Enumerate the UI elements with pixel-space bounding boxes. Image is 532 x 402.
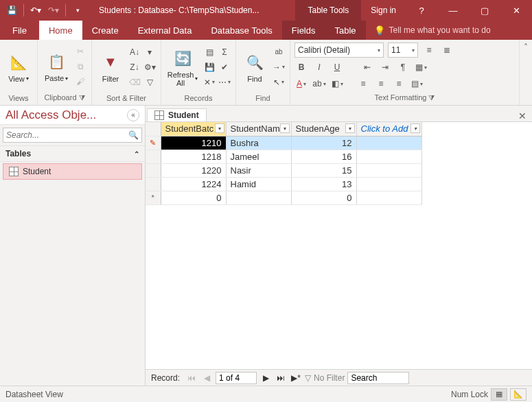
document-tab-student[interactable]: Student [147,108,207,121]
column-header-add[interactable]: Click to Add ▾ [356,122,421,136]
minimize-button[interactable]: — [437,0,469,21]
table-row[interactable]: 1224 Hamid 13 [146,177,421,191]
table-row-new[interactable]: * 0 0 [146,191,421,204]
nav-item-student[interactable]: Student [3,163,142,180]
first-record-button[interactable]: ⏮ [185,372,198,384]
underline-button[interactable]: U [330,60,344,74]
numbering-button[interactable]: ≣ [440,43,454,57]
tab-file[interactable]: File [0,21,39,40]
row-selector[interactable]: * [146,191,161,204]
tab-table[interactable]: Table [325,21,366,40]
column-dropdown-icon[interactable]: ▾ [280,123,290,133]
select-all-cell[interactable] [146,122,161,136]
navigation-search[interactable]: Search... 🔍 [3,128,142,143]
column-header-studentage[interactable]: StudenAge ▾ [291,122,356,136]
cell[interactable] [356,177,421,191]
cell[interactable] [356,163,421,177]
collapse-ribbon-button[interactable]: ˄ [520,40,532,105]
cell[interactable] [226,191,291,204]
cell[interactable]: 0 [291,191,356,204]
cell[interactable]: 0 [161,191,226,204]
new-record-nav-button[interactable]: ▶* [290,372,302,384]
find-button[interactable]: 🔍 Find [240,51,269,83]
paste-button[interactable]: 📋 Paste▾ [42,51,71,82]
totals-button[interactable]: Σ [218,45,231,59]
column-header-studentname[interactable]: StudentNam ▾ [226,122,291,136]
column-dropdown-icon[interactable]: ▾ [345,123,355,133]
spelling-button[interactable]: ✔ [218,60,231,74]
undo-icon[interactable]: ↶▾ [28,3,43,18]
cell[interactable]: Hamid [226,177,291,191]
alternate-row-color-button[interactable]: ▤ [410,77,424,91]
prev-record-button[interactable]: ◀ [200,372,213,384]
cell[interactable]: 1218 [161,150,226,163]
sign-in-link[interactable]: Sign in [361,5,406,15]
cell[interactable]: 12 [291,136,356,150]
highlight-button[interactable]: ab [312,77,326,91]
column-dropdown-icon[interactable]: ▾ [215,123,224,133]
last-record-button[interactable]: ⏭ [275,372,287,384]
delete-record-button[interactable]: ✕ [203,75,216,89]
selection-filter-button[interactable]: ▾ [143,45,157,59]
tab-fields[interactable]: Fields [282,21,325,40]
cell[interactable] [356,136,421,150]
font-color-button[interactable]: A [294,77,308,91]
tell-me-search[interactable]: 💡 Tell me what you want to do [366,21,499,40]
datasheet[interactable]: StudentBatc ▾ StudentNam ▾ StudenAge ▾ C… [146,122,532,369]
filter-button[interactable]: ▼ Filter [96,51,125,83]
collapse-navpane-icon[interactable]: « [127,109,139,121]
fill-color-button[interactable]: ◧ [330,77,344,91]
next-record-button[interactable]: ▶ [259,372,272,384]
gridlines-button[interactable]: ▦ [414,60,428,74]
format-painter-button[interactable]: 🖌 [73,75,87,88]
tab-create[interactable]: Create [82,21,128,40]
toggle-filter-button[interactable]: ▽ [143,75,157,89]
record-search-input[interactable] [347,372,409,384]
cell[interactable] [356,191,421,204]
copy-button[interactable]: ⧉ [73,60,87,73]
cell[interactable]: 1220 [161,163,226,177]
help-button[interactable]: ? [406,0,437,21]
align-right-button[interactable]: ≡ [392,77,406,91]
remove-sort-button[interactable]: ⌫ [128,75,141,89]
text-direction-button[interactable]: ¶ [396,60,410,74]
align-left-button[interactable]: ≡ [356,77,370,91]
design-view-button[interactable]: 📐 [510,388,527,401]
row-selector[interactable]: ✎ [146,136,161,150]
redo-icon[interactable]: ↷▾ [46,3,61,18]
cell[interactable] [356,150,421,163]
row-selector[interactable] [146,150,161,163]
advanced-filter-button[interactable]: ⚙▾ [143,60,157,74]
record-position-input[interactable] [216,372,257,384]
filter-indicator[interactable]: ▽ No Filter [305,373,345,383]
font-name-combo[interactable]: Calibri (Detail)▾ [294,43,384,58]
datasheet-view-button[interactable]: ▦ [491,388,507,401]
bold-button[interactable]: B [294,60,308,74]
navigation-pane-header[interactable]: All Access Obje... « [0,106,145,125]
close-button[interactable]: ✕ [500,0,532,21]
tab-external-data[interactable]: External Data [128,21,202,40]
view-button[interactable]: 📐 View▾ [4,51,33,83]
column-header-studentbatch[interactable]: StudentBatc ▾ [161,122,226,136]
align-center-button[interactable]: ≡ [374,77,388,91]
column-dropdown-icon[interactable]: ▾ [410,123,420,133]
table-row[interactable]: 1220 Nasir 15 [146,163,421,177]
save-record-button[interactable]: 💾 [203,60,216,74]
sort-asc-button[interactable]: A↓ [128,45,141,59]
cell[interactable]: 13 [291,177,356,191]
goto-button[interactable]: → [272,60,286,74]
cell[interactable]: 16 [291,150,356,163]
save-icon[interactable]: 💾 [4,3,19,18]
decrease-indent-button[interactable]: ⇤ [360,60,374,74]
bullets-button[interactable]: ≡ [422,43,436,57]
restore-button[interactable]: ▢ [469,0,500,21]
table-row[interactable]: 1218 Jameel 16 [146,150,421,163]
row-selector[interactable] [146,163,161,177]
new-record-button[interactable]: ▤ [203,45,216,59]
nav-section-tables[interactable]: Tables ⌃ [0,145,145,162]
increase-indent-button[interactable]: ⇥ [378,60,392,74]
cell[interactable]: 15 [291,163,356,177]
cell[interactable]: Jameel [226,150,291,163]
refresh-all-button[interactable]: 🔄 Refresh All▾ [165,47,200,87]
tab-home[interactable]: Home [39,21,82,40]
